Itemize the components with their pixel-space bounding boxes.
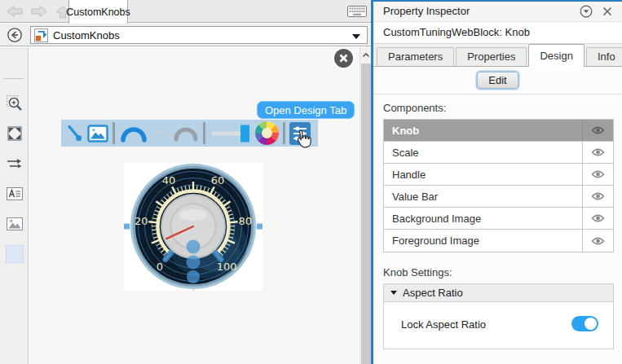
eye-icon: [591, 125, 605, 135]
lock-aspect-ratio-toggle[interactable]: [571, 316, 598, 331]
visibility-eye-button[interactable]: [582, 164, 613, 185]
tab-info[interactable]: Info: [586, 47, 622, 66]
needle-tool-button[interactable]: [64, 123, 86, 144]
color-swatch-button[interactable]: [6, 245, 24, 263]
palette-separator: [112, 122, 115, 144]
back-button[interactable]: [5, 4, 24, 19]
aspect-ratio-section-header[interactable]: Aspect Ratio: [384, 284, 613, 302]
tab-parameters[interactable]: Parameters: [377, 47, 454, 66]
arrow-left-icon: [5, 4, 24, 19]
color-wheel-tool-button[interactable]: [255, 121, 279, 145]
svg-text:20: 20: [135, 215, 148, 227]
ray-ticks-icon: [150, 124, 171, 143]
close-x-icon: [602, 7, 612, 16]
circled-arrow-left-icon: [6, 26, 24, 44]
component-name: Handle: [384, 164, 582, 185]
knob-widget[interactable]: 020406080100: [124, 163, 262, 291]
eye-icon: [591, 191, 605, 201]
canvas-vertical-scrollbar[interactable]: [360, 47, 371, 364]
component-row-knob[interactable]: Knob: [384, 120, 613, 142]
model-address-bar[interactable]: CustomKnobs: [30, 26, 368, 44]
component-row-handle[interactable]: Handle: [384, 164, 613, 186]
visibility-eye-button[interactable]: [582, 208, 613, 229]
hide-browser-button[interactable]: [6, 26, 24, 44]
tab-design[interactable]: Design: [528, 44, 584, 67]
visibility-eye-button[interactable]: [582, 120, 613, 141]
document-tab-customknobs[interactable]: CustomKnobs: [68, 0, 128, 24]
section-collapse-caret-icon: [390, 291, 397, 298]
component-name: Value Bar: [384, 186, 582, 207]
annotation-button[interactable]: [6, 185, 24, 203]
value-bar-tool-button[interactable]: [210, 123, 254, 144]
address-dropdown-caret-icon[interactable]: [352, 34, 360, 43]
panel-close-button[interactable]: [602, 7, 612, 19]
knob-design-palette: [61, 120, 318, 147]
component-name: Scale: [384, 142, 582, 163]
components-label: Components:: [383, 102, 622, 114]
edit-button[interactable]: Edit: [477, 72, 518, 89]
knob-gauge: 020406080100: [124, 163, 262, 291]
hand-pointer-icon: [292, 129, 313, 153]
double-arrows-icon: [6, 155, 24, 173]
lock-aspect-ratio-label: Lock Aspect Ratio: [401, 318, 486, 331]
insert-image-button[interactable]: [6, 215, 24, 233]
eye-icon: [591, 169, 605, 179]
panel-header: Property Inspector: [373, 2, 622, 22]
image-tool-icon: [87, 124, 108, 143]
svg-text:0: 0: [157, 261, 163, 273]
components-table: Knob Scale Handle: [383, 119, 614, 252]
component-row-value-bar[interactable]: Value Bar: [384, 186, 613, 208]
component-row-scale[interactable]: Scale: [384, 142, 613, 164]
component-row-foreground-image[interactable]: Foreground Image: [384, 230, 613, 252]
scrollbar-thumb[interactable]: [361, 64, 371, 364]
image-icon: [6, 215, 24, 233]
annotation-icon: [6, 185, 24, 203]
scale-arc-tool-button[interactable]: [119, 125, 148, 143]
magnifier-plus-icon: [6, 94, 24, 112]
fit-to-view-button[interactable]: [6, 125, 24, 143]
knob-needle-icon: [64, 123, 86, 144]
keyboard-shortcuts-button[interactable]: [347, 6, 367, 20]
tooltip-open-design-tab: Open Design Tab: [257, 101, 355, 119]
foreground-arc-tool-button[interactable]: [173, 125, 199, 142]
svg-text:100: 100: [217, 261, 237, 273]
arrow-right-icon: [29, 4, 49, 19]
tick-marks-tool-button[interactable]: [150, 124, 171, 143]
toggle-knob: [585, 318, 597, 330]
canvas-close-button[interactable]: [334, 49, 353, 68]
application-window: CustomKnobs: [0, 0, 622, 364]
tooltip-label: Open Design Tab: [265, 104, 346, 116]
selected-block-label: CustomTuningWebBlock: Knob: [373, 22, 622, 44]
component-name: Knob: [384, 120, 582, 141]
knob-settings-label: Knob Settings:: [383, 266, 622, 278]
scroll-up-button[interactable]: [361, 49, 371, 60]
eye-icon: [591, 147, 605, 157]
expand-corners-icon: [6, 125, 24, 143]
eye-icon: [591, 213, 605, 223]
panel-menu-button[interactable]: [580, 5, 593, 20]
address-row: CustomKnobs: [0, 24, 371, 46]
background-image-tool-button[interactable]: [87, 124, 108, 143]
zoom-region-button[interactable]: [6, 94, 24, 112]
panel-title: Property Inspector: [383, 5, 470, 17]
document-bar: CustomKnobs: [0, 0, 371, 23]
component-name: Foreground Image: [384, 230, 582, 252]
subsystem-block-icon: [34, 29, 48, 42]
tab-properties[interactable]: Properties: [456, 47, 527, 66]
component-row-background-image[interactable]: Background Image: [384, 208, 613, 230]
address-bar-text: CustomKnobs: [53, 29, 120, 42]
visibility-eye-button[interactable]: [582, 142, 613, 163]
model-canvas[interactable]: Open Design Tab: [29, 47, 359, 364]
aspect-ratio-section-body: Lock Aspect Ratio: [384, 302, 613, 349]
signal-routing-button[interactable]: [6, 155, 24, 173]
svg-text:80: 80: [238, 215, 252, 227]
palette-sidebar: [0, 47, 29, 364]
edit-button-row: Edit: [373, 67, 622, 94]
visibility-eye-button[interactable]: [582, 186, 613, 207]
palette-separator: [283, 122, 285, 144]
slider-icon: [210, 123, 254, 144]
svg-text:40: 40: [162, 174, 176, 186]
forward-button[interactable]: [29, 4, 49, 19]
blue-arc-icon: [119, 125, 148, 143]
visibility-eye-button[interactable]: [582, 230, 613, 252]
